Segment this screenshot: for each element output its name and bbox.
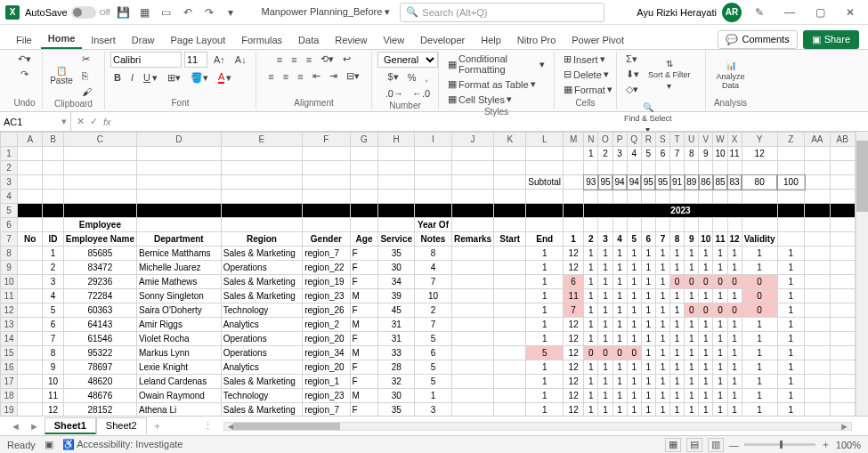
comments-button[interactable]: 💬 Comments <box>718 30 797 49</box>
cell[interactable] <box>612 190 627 204</box>
col-header[interactable]: O <box>598 133 612 147</box>
sort-filter-button[interactable]: ⇅Sort & Filter▾ <box>646 57 693 93</box>
autosum-icon[interactable]: Σ▾ <box>622 52 643 67</box>
bold-button[interactable]: B <box>110 69 125 85</box>
increase-decimal-icon[interactable]: .0→ <box>382 86 407 101</box>
cell[interactable] <box>136 175 221 190</box>
cell[interactable]: 8 <box>685 147 699 161</box>
col-header[interactable]: F <box>303 133 350 147</box>
cell[interactable]: 10 <box>713 147 727 161</box>
cell[interactable] <box>742 161 777 175</box>
cell[interactable] <box>670 190 685 204</box>
cell[interactable] <box>451 147 493 161</box>
cell[interactable] <box>655 190 669 204</box>
col-header[interactable]: Q <box>627 133 641 147</box>
name-box[interactable]: AC1▾ <box>0 112 71 131</box>
cell[interactable] <box>742 190 777 204</box>
maximize-icon[interactable]: ▢ <box>807 0 832 25</box>
tab-review[interactable]: Review <box>328 31 374 49</box>
vertical-scrollbar[interactable] <box>856 132 868 416</box>
cell[interactable]: 95 <box>598 175 612 190</box>
cell[interactable]: 5 <box>641 147 655 161</box>
cell[interactable]: 80 <box>742 175 777 190</box>
cell[interactable] <box>699 190 713 204</box>
cell[interactable] <box>777 147 804 161</box>
align-right-icon[interactable]: ≡ <box>294 69 306 84</box>
cell[interactable] <box>627 161 641 175</box>
enter-formula-icon[interactable]: ✓ <box>90 116 98 127</box>
tab-insert[interactable]: Insert <box>84 31 123 49</box>
align-left-icon[interactable]: ≡ <box>264 69 277 84</box>
cell[interactable]: 95 <box>655 175 669 190</box>
cell[interactable] <box>584 161 598 175</box>
merge-icon[interactable]: ⊟▾ <box>343 69 363 84</box>
cell[interactable] <box>713 161 727 175</box>
cell[interactable]: 4 <box>627 147 641 161</box>
qat-dropdown-icon[interactable]: ▾ <box>223 4 239 20</box>
col-header[interactable]: Z <box>777 133 804 147</box>
align-top-icon[interactable]: ≡ <box>273 52 286 67</box>
page-layout-view-icon[interactable]: ▤ <box>686 438 702 452</box>
underline-button[interactable]: U▾ <box>140 69 161 85</box>
col-header[interactable]: AA <box>805 133 830 147</box>
cell[interactable] <box>415 175 452 190</box>
cell[interactable] <box>378 190 415 204</box>
cell[interactable] <box>415 147 452 161</box>
decrease-font-icon[interactable]: A↓ <box>231 52 250 68</box>
redo-icon[interactable]: ↷ <box>201 4 217 20</box>
increase-font-icon[interactable]: A↑ <box>210 52 229 68</box>
cell[interactable] <box>221 161 302 175</box>
cell[interactable] <box>526 161 564 175</box>
cell[interactable] <box>494 175 526 190</box>
cell[interactable] <box>350 161 378 175</box>
cell[interactable] <box>415 190 452 204</box>
col-header[interactable]: J <box>451 133 493 147</box>
macro-record-icon[interactable]: ▣ <box>45 439 53 450</box>
col-header[interactable]: H <box>378 133 415 147</box>
tab-file[interactable]: File <box>9 31 39 49</box>
new-sheet-icon[interactable]: ＋ <box>149 419 166 433</box>
redo-button[interactable]: ↷ <box>17 67 32 82</box>
border-icon[interactable]: ⊞▾ <box>164 69 184 85</box>
row-header[interactable]: 1 <box>1 147 18 161</box>
cell[interactable] <box>564 147 584 161</box>
format-as-table-button[interactable]: ▦ Format as Table ▾ <box>444 77 539 92</box>
cell[interactable]: Subtotal <box>526 175 564 190</box>
cell[interactable] <box>830 161 855 175</box>
cell[interactable] <box>18 175 43 190</box>
wrap-text-icon[interactable]: ↩ <box>339 52 354 67</box>
col-header[interactable]: P <box>612 133 627 147</box>
sheet-tab-sheet2[interactable]: Sheet2 <box>96 417 147 434</box>
cell[interactable] <box>564 161 584 175</box>
cell[interactable] <box>670 161 685 175</box>
cell[interactable] <box>303 161 350 175</box>
col-header[interactable]: V <box>699 133 713 147</box>
percent-icon[interactable]: % <box>404 69 420 85</box>
tab-draw[interactable]: Draw <box>125 31 162 49</box>
align-middle-icon[interactable]: ≡ <box>288 52 300 67</box>
cell[interactable] <box>830 147 855 161</box>
cell[interactable] <box>303 147 350 161</box>
cell[interactable] <box>350 147 378 161</box>
row-header[interactable]: 2 <box>1 161 18 175</box>
cell[interactable]: 7 <box>670 147 685 161</box>
cell[interactable] <box>655 161 669 175</box>
orientation-icon[interactable]: ⟲▾ <box>317 52 337 67</box>
cell[interactable] <box>727 190 742 204</box>
undo-button[interactable]: ↶▾ <box>14 52 35 67</box>
col-header[interactable]: AB <box>830 133 855 147</box>
col-header[interactable]: X <box>727 133 742 147</box>
cancel-formula-icon[interactable]: ✕ <box>77 116 85 127</box>
zoom-slider[interactable] <box>744 443 815 446</box>
cell[interactable] <box>43 147 63 161</box>
col-header[interactable]: S <box>655 133 669 147</box>
cell[interactable] <box>805 161 830 175</box>
autosave-toggle[interactable]: AutoSave Off <box>25 6 110 19</box>
cell[interactable] <box>627 190 641 204</box>
col-header[interactable]: C <box>63 133 136 147</box>
tab-help[interactable]: Help <box>474 31 508 49</box>
cell[interactable] <box>43 161 63 175</box>
cell[interactable] <box>777 161 804 175</box>
cell[interactable] <box>777 190 804 204</box>
cell[interactable] <box>598 190 612 204</box>
